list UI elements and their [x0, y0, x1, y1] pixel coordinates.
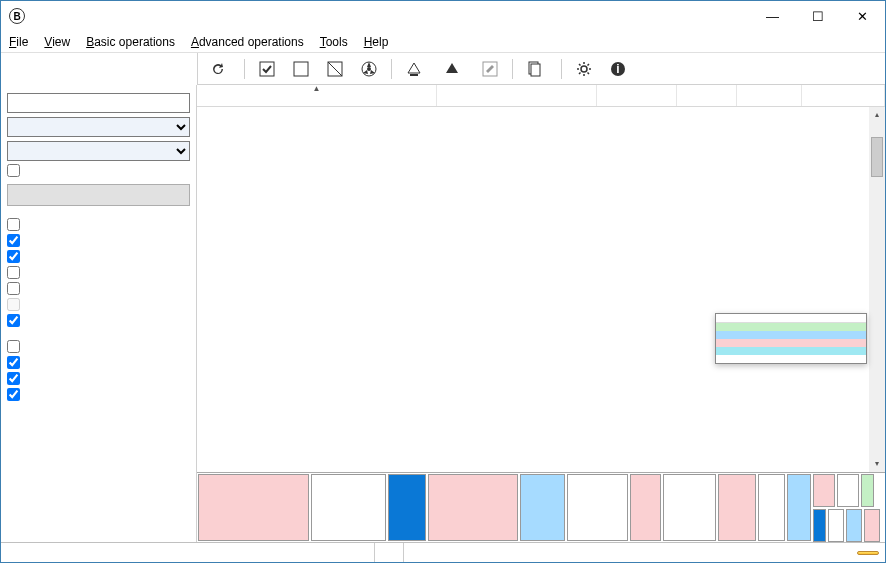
compare-select[interactable]	[7, 117, 190, 137]
legend-unverified	[716, 331, 866, 339]
status-right	[403, 543, 845, 562]
svg-rect-7	[531, 64, 540, 76]
col-install[interactable]	[737, 85, 802, 106]
search-input[interactable]	[7, 93, 190, 113]
settings-button[interactable]	[572, 59, 596, 79]
legend-missing	[716, 355, 866, 363]
lv-groups[interactable]	[7, 356, 190, 369]
donate-button[interactable]	[857, 551, 879, 555]
nuke-button[interactable]	[357, 59, 381, 79]
menu-file[interactable]: File	[9, 35, 28, 49]
menu-view[interactable]: View	[44, 35, 70, 49]
menu-advanced[interactable]: Advanced operations	[191, 35, 304, 49]
column-header: ▲	[197, 85, 885, 107]
lv-missing[interactable]	[7, 372, 190, 385]
scrollbar[interactable]	[869, 107, 885, 472]
status-mid	[374, 543, 391, 562]
svg-text:i: i	[616, 62, 619, 76]
invert-check[interactable]	[7, 164, 190, 177]
reload-button[interactable]	[206, 59, 234, 79]
svg-point-8	[581, 66, 587, 72]
invert-check-button[interactable]	[323, 59, 347, 79]
filter-upd[interactable]	[7, 282, 190, 295]
filter-unreg[interactable]	[7, 234, 190, 247]
modify-button[interactable]	[478, 59, 502, 79]
col-name[interactable]: ▲	[197, 85, 437, 106]
lv-checks[interactable]	[7, 340, 190, 353]
col-version[interactable]	[677, 85, 737, 106]
statusbar	[1, 542, 885, 562]
legend-verified	[716, 323, 866, 331]
svg-point-4	[367, 67, 371, 71]
rows-container	[197, 107, 885, 472]
list-area: ▲	[197, 85, 885, 542]
uncheck-all-button[interactable]	[289, 59, 313, 79]
legend-unreg	[716, 339, 866, 347]
color-legend	[715, 313, 867, 364]
filter-sys[interactable]	[7, 250, 190, 263]
app-icon: B	[9, 8, 25, 24]
filter-prot[interactable]	[7, 266, 190, 279]
svg-rect-0	[260, 62, 274, 76]
treemap[interactable]	[197, 472, 885, 542]
close-button[interactable]: ✕	[840, 1, 885, 31]
sidebar	[1, 85, 197, 542]
filter-winfeat	[7, 298, 190, 311]
properties-button[interactable]	[523, 59, 551, 79]
uninstall-button[interactable]	[402, 59, 430, 79]
lv-cert[interactable]	[7, 388, 190, 401]
menubar: File View Basic operations Advanced oper…	[1, 31, 885, 53]
maximize-button[interactable]: ☐	[795, 1, 840, 31]
uninstall-quiet-button[interactable]	[440, 59, 468, 79]
col-rating[interactable]	[597, 85, 677, 106]
col-size[interactable]	[802, 85, 885, 106]
filter-store[interactable]	[7, 314, 190, 327]
menu-tools[interactable]: Tools	[320, 35, 348, 49]
target-select[interactable]	[7, 141, 190, 161]
minimize-button[interactable]: —	[750, 1, 795, 31]
menu-help[interactable]: Help	[364, 35, 389, 49]
menu-basic[interactable]: Basic operations	[86, 35, 175, 49]
check-all-button[interactable]	[255, 59, 279, 79]
svg-rect-1	[294, 62, 308, 76]
col-publisher[interactable]	[437, 85, 597, 106]
legend-store	[716, 347, 866, 355]
legend-title	[716, 314, 866, 323]
filter-hide-ms[interactable]	[7, 218, 190, 231]
titlebar: B — ☐ ✕	[1, 1, 885, 31]
about-button[interactable]: i	[606, 59, 630, 79]
advanced-filter-button[interactable]	[7, 184, 190, 206]
toolbar: i	[197, 53, 885, 85]
